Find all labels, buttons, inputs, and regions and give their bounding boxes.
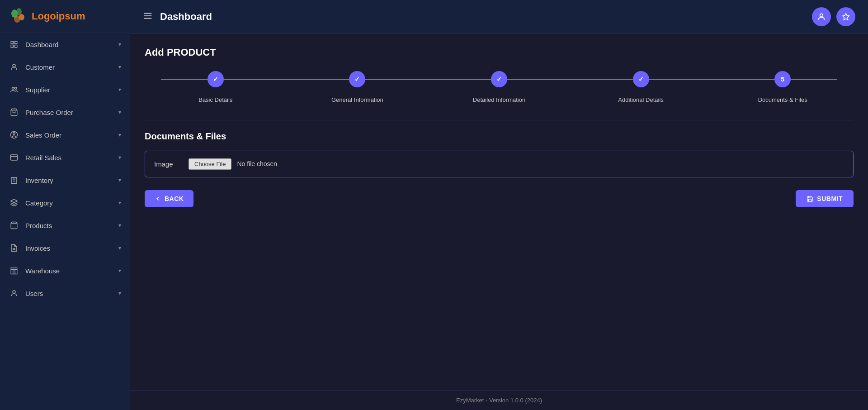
svg-rect-14	[11, 155, 18, 160]
step-label-basic-details: Basic Details	[145, 95, 287, 104]
sidebar-item-label-retail-sales: Retail Sales	[25, 154, 61, 162]
sidebar-item-customer[interactable]: Customer ▾	[0, 56, 130, 78]
svg-rect-5	[15, 41, 17, 43]
back-button[interactable]: BACK	[145, 190, 193, 207]
svg-rect-7	[15, 45, 17, 48]
footer-version-text: EzyMarket - Version 1.0.0 (2024)	[456, 397, 542, 404]
sidebar-item-warehouse[interactable]: Warehouse ▾	[0, 259, 130, 282]
main-content: Dashboard Add PRODUCT	[130, 0, 868, 410]
step-circle-2	[349, 71, 365, 87]
magic-action-button[interactable]	[836, 7, 855, 26]
sidebar-item-label-sales-order: Sales Order	[25, 131, 61, 139]
users-icon	[9, 288, 19, 298]
sidebar-logo: Logoipsum	[0, 0, 130, 33]
section-divider	[145, 120, 854, 120]
svg-point-28	[820, 14, 823, 17]
hamburger-menu-button[interactable]	[143, 11, 153, 23]
step-circle-5: 5	[774, 71, 791, 87]
checkmark-icon	[354, 76, 360, 83]
logo-text: Logoipsum	[32, 10, 85, 22]
chevron-down-icon: ▾	[118, 222, 121, 229]
svg-rect-23	[11, 268, 17, 274]
building-icon	[9, 266, 19, 276]
submit-button[interactable]: SUBMIT	[796, 190, 854, 207]
chevron-down-icon: ▾	[118, 41, 121, 48]
step-label-additional-details: Additional Details	[570, 95, 712, 104]
page-title: Add PRODUCT	[145, 47, 854, 58]
page-content: Add PRODUCT	[130, 34, 868, 390]
layers-icon	[9, 198, 19, 208]
step-documents-files: 5	[712, 71, 854, 92]
sidebar-item-label-invoices: Invoices	[25, 244, 50, 252]
topbar: Dashboard	[130, 0, 868, 34]
account-circle-icon	[9, 130, 19, 140]
checkmark-icon	[213, 76, 218, 83]
chevron-down-icon: ▾	[118, 290, 121, 296]
sidebar-item-sales-order[interactable]: Sales Order ▾	[0, 124, 130, 146]
people-icon	[9, 85, 19, 95]
sidebar-item-label-inventory: Inventory	[25, 176, 53, 184]
chevron-down-icon: ▾	[118, 200, 121, 206]
step-label-general-information: General Information	[287, 95, 429, 104]
svg-point-8	[13, 64, 15, 67]
sidebar-item-products[interactable]: Products ▾	[0, 214, 130, 237]
sidebar-item-dashboard[interactable]: Dashboard ▾	[0, 33, 130, 56]
sidebar: Logoipsum Dashboard ▾ Customer ▾ Supplie…	[0, 0, 130, 410]
svg-point-9	[12, 87, 14, 90]
chevron-down-icon: ▾	[118, 132, 121, 138]
topbar-title: Dashboard	[160, 11, 212, 23]
file-input-label: Image	[154, 160, 181, 168]
svg-point-24	[13, 291, 15, 293]
svg-point-10	[15, 87, 17, 90]
file-text-icon	[9, 243, 19, 253]
clipboard-icon	[9, 175, 19, 185]
svg-point-3	[14, 15, 20, 23]
file-input[interactable]	[189, 158, 308, 170]
step-label-detailed-information: Detailed Information	[428, 95, 570, 104]
sidebar-item-label-dashboard: Dashboard	[25, 41, 58, 48]
bag-icon	[9, 220, 19, 230]
sidebar-item-retail-sales[interactable]: Retail Sales ▾	[0, 146, 130, 169]
chevron-down-icon: ▾	[118, 267, 121, 274]
step-circle-1	[208, 71, 224, 87]
form-button-row: BACK SUBMIT	[145, 190, 854, 207]
sidebar-item-label-products: Products	[25, 222, 52, 229]
sidebar-item-label-warehouse: Warehouse	[25, 267, 60, 275]
sidebar-item-label-users: Users	[25, 290, 43, 297]
svg-rect-4	[11, 41, 13, 43]
save-icon	[807, 195, 813, 202]
sidebar-item-inventory[interactable]: Inventory ▾	[0, 169, 130, 191]
chevron-down-icon: ▾	[118, 109, 121, 115]
sidebar-item-supplier[interactable]: Supplier ▾	[0, 78, 130, 101]
chevron-down-icon: ▾	[118, 177, 121, 183]
svg-marker-29	[843, 14, 849, 20]
file-input-row: Image	[145, 151, 854, 177]
step-basic-details	[145, 71, 287, 92]
user-avatar-button[interactable]	[812, 7, 831, 26]
step-number: 5	[781, 76, 784, 83]
sidebar-item-users[interactable]: Users ▾	[0, 282, 130, 305]
back-chevron-icon	[155, 195, 161, 202]
logo-icon	[9, 7, 27, 25]
sidebar-item-label-category: Category	[25, 199, 53, 207]
sidebar-item-label-supplier: Supplier	[25, 86, 50, 94]
step-label-documents-files: Documents & Files	[712, 95, 854, 104]
sidebar-item-label-purchase-order: Purchase Order	[25, 109, 73, 116]
svg-point-13	[13, 133, 15, 135]
step-general-information	[287, 71, 429, 92]
grid-icon	[9, 39, 19, 49]
sidebar-item-purchase-order[interactable]: Purchase Order ▾	[0, 101, 130, 124]
cart-icon	[9, 107, 19, 117]
terminal-icon	[9, 153, 19, 162]
checkmark-icon	[496, 76, 502, 83]
step-circle-4	[633, 71, 649, 87]
checkmark-icon	[638, 76, 644, 83]
sidebar-item-label-customer: Customer	[25, 63, 55, 71]
documents-section-title: Documents & Files	[145, 131, 854, 142]
chevron-down-icon: ▾	[118, 154, 121, 161]
sidebar-item-category[interactable]: Category ▾	[0, 191, 130, 214]
chevron-down-icon: ▾	[118, 86, 121, 93]
sidebar-item-invoices[interactable]: Invoices ▾	[0, 237, 130, 259]
step-circle-3	[491, 71, 507, 87]
stepper: 5 Basic Details General Information Deta…	[145, 71, 854, 104]
